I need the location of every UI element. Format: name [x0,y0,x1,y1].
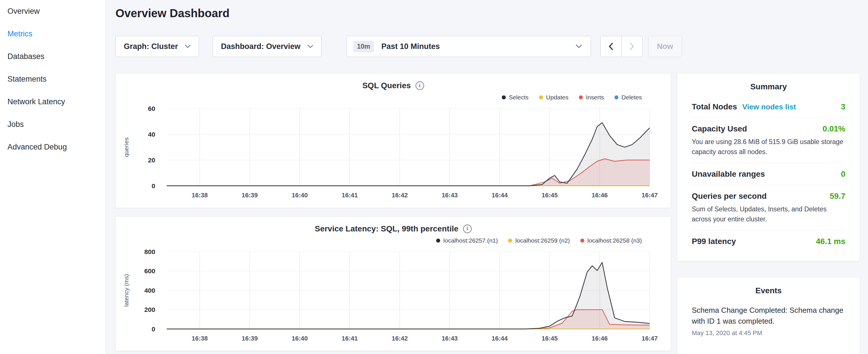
chart-plot[interactable]: 020040060080016:3816:3916:4016:4116:4216… [116,246,671,347]
svg-text:16:38: 16:38 [192,334,208,342]
p99-latency-label: P99 latency [692,237,736,246]
sidebar-item-databases[interactable]: Databases [0,45,105,68]
legend-label: Deletes [622,94,642,101]
summary-row-capacity: Capacity Used 0.01% You are using 28.6 M… [692,118,845,163]
svg-text:16:41: 16:41 [342,334,358,342]
svg-text:16:40: 16:40 [292,334,308,342]
time-back-button[interactable] [600,36,622,57]
legend-item[interactable]: localhost:26258 (n3) [580,237,642,244]
svg-text:16:39: 16:39 [242,334,258,342]
sidebar-item-metrics[interactable]: Metrics [0,23,105,45]
svg-text:0: 0 [152,182,155,190]
event-item-text[interactable]: Schema Change Completed: Schema change w… [692,305,845,326]
service-latency-chart-card: Service Latency: SQL, 99th percentile i … [116,217,671,351]
page-title: Overview Dashboard [116,7,860,20]
svg-text:16:46: 16:46 [592,192,608,199]
main-content: Overview Dashboard Graph: Cluster Dashbo… [105,0,868,354]
legend-item[interactable]: localhost:26259 (n2) [508,237,570,244]
svg-text:800: 800 [145,248,155,255]
qps-label: Queries per second [692,192,767,201]
legend-dot-icon [580,238,584,243]
info-icon[interactable]: i [463,225,472,233]
legend-label: Selects [509,94,529,101]
legend-item[interactable]: Inserts [579,94,604,101]
summary-row-total-nodes: Total Nodes View nodes list 3 [692,96,845,118]
chart-legend: localhost:26257 (n1)localhost:26259 (n2)… [116,237,671,244]
legend-dot-icon [539,95,543,99]
content-row: SQL Queries i SelectsUpdatesInsertsDelet… [116,73,860,354]
legend-dot-icon [614,95,618,99]
sidebar-item-advanced-debug[interactable]: Advanced Debug [0,136,105,158]
summary-row-unavailable-ranges: Unavailable ranges 0 [692,163,845,185]
svg-text:16:40: 16:40 [292,192,308,199]
time-range-selector[interactable]: 10m Past 10 Minutes [347,36,591,57]
legend-dot-icon [508,238,512,243]
chart-title: Service Latency: SQL, 99th percentile [315,224,458,233]
sidebar-item-jobs[interactable]: Jobs [0,113,105,136]
legend-item[interactable]: Updates [539,94,568,101]
svg-text:16:44: 16:44 [492,334,508,342]
summary-rows: Total Nodes View nodes list 3 Capacity U… [692,96,845,252]
graph-dropdown[interactable]: Graph: Cluster [116,36,199,57]
chevron-left-icon [609,43,613,50]
chevron-down-icon [308,45,313,49]
chart-title: SQL Queries [362,81,411,90]
app-root: Overview Metrics Databases Statements Ne… [0,0,868,354]
time-forward-button[interactable] [621,36,643,57]
legend-item[interactable]: Deletes [614,94,642,101]
p99-latency-value: 46.1 ms [816,237,845,246]
legend-dot-icon [502,95,506,99]
chart-plot[interactable]: 020406016:3816:3916:4016:4116:4216:4316:… [116,102,671,204]
svg-text:latency (ms): latency (ms) [123,274,129,307]
svg-text:16:45: 16:45 [541,192,558,199]
sidebar-item-statements[interactable]: Statements [0,68,105,91]
summary-row-p99: P99 latency 46.1 ms [692,230,845,252]
legend-item[interactable]: localhost:26257 (n1) [436,237,498,244]
sidebar-item-overview[interactable]: Overview [0,0,105,23]
svg-text:600: 600 [145,267,155,275]
time-range-label: Past 10 Minutes [381,42,576,51]
svg-text:16:42: 16:42 [392,192,408,199]
svg-text:16:39: 16:39 [242,192,258,199]
time-pager [600,36,643,57]
event-item-timestamp: May 13, 2020 at 4:45 PM [692,329,845,337]
svg-text:60: 60 [148,105,155,112]
now-button[interactable]: Now [648,36,682,57]
summary-title: Summary [692,82,845,91]
capacity-label: Capacity Used [692,124,747,133]
svg-text:16:43: 16:43 [442,192,458,199]
view-nodes-list-link[interactable]: View nodes list [742,102,796,111]
legend-dot-icon [579,95,583,99]
svg-text:16:43: 16:43 [442,334,458,342]
svg-text:200: 200 [145,306,155,313]
summary-row-qps: Queries per second 59.7 Sum of Selects, … [692,185,845,230]
legend-label: localhost:26259 (n2) [515,237,570,244]
graph-dropdown-label: Graph: Cluster [124,42,178,51]
sql-queries-chart-card: SQL Queries i SelectsUpdatesInsertsDelet… [116,73,671,208]
info-icon[interactable]: i [415,81,424,90]
qps-value: 59.7 [830,192,846,201]
summary-panel: Summary Total Nodes View nodes list 3 C [677,73,860,261]
svg-text:20: 20 [148,156,155,164]
svg-text:queries: queries [123,137,129,157]
svg-text:16:46: 16:46 [592,334,608,342]
charts-column: SQL Queries i SelectsUpdatesInsertsDelet… [116,73,671,351]
chart-header: SQL Queries i [116,81,671,90]
dashboard-dropdown-label: Dashboard: Overview [221,42,301,51]
dashboard-dropdown[interactable]: Dashboard: Overview [213,36,321,57]
svg-text:16:38: 16:38 [192,192,208,199]
svg-text:0: 0 [152,325,155,332]
total-nodes-value: 3 [841,102,845,111]
svg-text:16:41: 16:41 [342,192,358,199]
legend-label: localhost:26258 (n3) [587,237,642,244]
svg-text:16:42: 16:42 [392,334,408,342]
chevron-down-icon [185,45,191,49]
unavailable-ranges-value: 0 [841,169,845,179]
legend-item[interactable]: Selects [502,94,529,101]
svg-text:16:45: 16:45 [541,334,558,342]
events-panel: Events Schema Change Completed: Schema c… [677,277,860,354]
sidebar-item-network-latency[interactable]: Network Latency [0,91,105,113]
legend-dot-icon [436,238,440,243]
capacity-value: 0.01% [823,124,845,133]
legend-label: Inserts [586,94,604,101]
